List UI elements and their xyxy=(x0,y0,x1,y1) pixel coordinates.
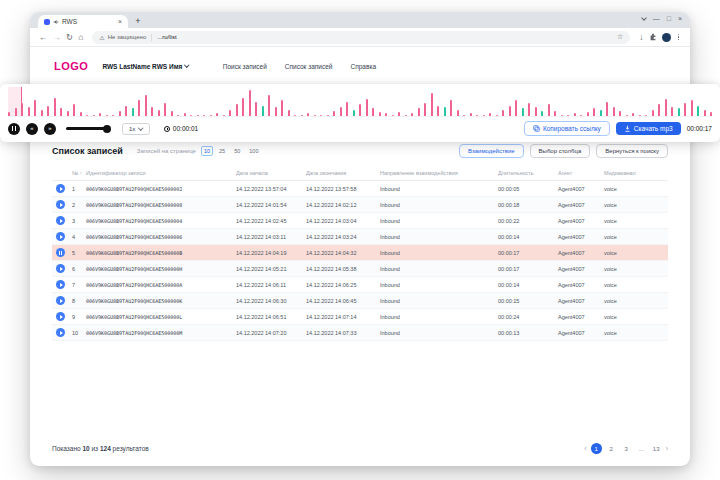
address-bar[interactable]: ⚠ Не защищено ...ru/list ☆ xyxy=(92,31,630,44)
table-row[interactable]: 9006V9K0GU8B9TAU2F00QHC6AE500000L14.12.2… xyxy=(52,309,668,325)
pagination-page-1[interactable]: 1 xyxy=(591,443,602,454)
table-row[interactable]: 2006V9K0GU8B9TAU2F00QHC6AE500000814.12.2… xyxy=(52,197,668,213)
cell-play xyxy=(52,213,68,229)
action-button-1[interactable]: Взаимодействие xyxy=(459,144,524,158)
pagination-next[interactable]: › xyxy=(666,445,668,452)
tab-search-chevron-icon[interactable] xyxy=(641,15,647,21)
pause-button[interactable] xyxy=(8,123,20,135)
play-icon xyxy=(60,219,63,223)
cell-duration: 00:00:24 xyxy=(494,309,554,325)
row-play-button[interactable] xyxy=(56,280,65,289)
download-mp3-button[interactable]: Скачать mp3 xyxy=(616,122,681,135)
cell-record-id: 006V9K0GU8B9TAU2F00QHC6AE500000L xyxy=(82,309,232,325)
playback-speed-select[interactable]: 1x xyxy=(122,123,150,135)
table-row[interactable]: 5006V9K0GU8B9TAU2F00QHC6AE500000B14.12.2… xyxy=(52,245,668,261)
new-tab-button[interactable]: + xyxy=(132,15,144,27)
action-button-3[interactable]: Вернуться к поиску xyxy=(596,144,668,158)
page-size-10[interactable]: 10 xyxy=(201,146,213,156)
chevron-down-icon xyxy=(185,63,190,68)
table-row[interactable]: 8006V9K0GU8B9TAU2F00QHC6AE500000K14.12.2… xyxy=(52,293,668,309)
column-header-1[interactable]: № ↑ xyxy=(68,166,82,181)
content-header: Список записей Записей на странице 10255… xyxy=(52,144,668,158)
cell-media-channel: voice xyxy=(600,181,668,197)
table-row[interactable]: 4006V9K0GU8B9TAU2F00QHC6AE500000614.12.2… xyxy=(52,229,668,245)
column-header-4[interactable]: Дата окончания xyxy=(302,166,376,181)
volume-slider[interactable] xyxy=(66,127,108,130)
tab-audio-icon[interactable] xyxy=(53,19,59,25)
wave-bar xyxy=(333,111,335,116)
cell-start-date: 14.12.2022 14:07:20 xyxy=(232,325,302,341)
row-play-button[interactable] xyxy=(56,264,65,273)
pagination-page-3[interactable]: 3 xyxy=(621,443,632,454)
cell-row-number: 2 xyxy=(68,197,82,213)
window-maximize-icon[interactable]: □ xyxy=(667,15,671,22)
nav-item-1[interactable]: Поиск записей xyxy=(223,63,267,70)
row-play-button[interactable] xyxy=(56,232,65,241)
wave-bar xyxy=(60,108,62,116)
row-play-button[interactable] xyxy=(56,296,65,305)
row-pause-button[interactable] xyxy=(56,248,65,257)
row-play-button[interactable] xyxy=(56,328,65,337)
column-header-6[interactable]: Длительность xyxy=(494,166,554,181)
fast-forward-button[interactable]: » xyxy=(44,123,56,135)
results-summary: Показано 10 из 124 результатов xyxy=(52,445,149,452)
tab-close-icon[interactable]: × xyxy=(118,18,122,25)
bookmark-star-icon[interactable]: ☆ xyxy=(617,33,623,41)
row-play-button[interactable] xyxy=(56,312,65,321)
cell-media-channel: voice xyxy=(600,229,668,245)
cell-record-id: 006V9K0GU8B9TAU2F00QHC6AE5000004 xyxy=(82,213,232,229)
play-icon xyxy=(60,267,63,271)
wave-bar xyxy=(509,106,511,116)
nav-item-3[interactable]: Справка xyxy=(351,63,377,70)
pagination: ‹123...13› xyxy=(584,443,668,454)
cell-agent: Agent4007 xyxy=(554,293,600,309)
window-minimize-icon[interactable]: — xyxy=(653,15,660,22)
profile-avatar[interactable] xyxy=(662,33,671,42)
window-close-icon[interactable]: × xyxy=(678,15,682,22)
nav-item-2[interactable]: Список записей xyxy=(285,63,333,70)
back-icon[interactable]: ← xyxy=(39,33,48,42)
column-header-5[interactable]: Направление взаимодействия xyxy=(376,166,494,181)
browser-tab[interactable]: RWS × xyxy=(38,15,128,28)
pagination-page-2[interactable]: 2 xyxy=(606,443,617,454)
rewind-button[interactable]: « xyxy=(26,123,38,135)
reload-icon[interactable]: ↻ xyxy=(66,33,73,42)
downloads-icon[interactable]: ↓ xyxy=(639,33,643,42)
waveform[interactable] xyxy=(8,87,712,117)
column-header-7[interactable]: Агент xyxy=(554,166,600,181)
wave-bar xyxy=(80,112,82,116)
pagination-page-13[interactable]: 13 xyxy=(651,443,662,454)
forward-icon[interactable]: → xyxy=(53,33,62,42)
table-footer: Показано 10 из 124 результатов ‹123...13… xyxy=(52,435,668,466)
row-play-button[interactable] xyxy=(56,184,65,193)
cell-media-channel: voice xyxy=(600,245,668,261)
extensions-puzzle-icon[interactable] xyxy=(649,33,657,41)
wave-bar xyxy=(541,111,543,116)
cell-end-date: 14.12.2022 14:07:14 xyxy=(302,309,376,325)
row-play-button[interactable] xyxy=(56,216,65,225)
volume-knob[interactable] xyxy=(103,125,111,133)
page-size-50[interactable]: 50 xyxy=(231,146,243,156)
column-header-8[interactable]: Медиаканал xyxy=(600,166,668,181)
page-size-100[interactable]: 100 xyxy=(246,146,261,156)
table-row[interactable]: 3006V9K0GU8B9TAU2F00QHC6AE500000414.12.2… xyxy=(52,213,668,229)
app-logo: LOGO xyxy=(54,60,88,72)
user-menu[interactable]: RWS LastName RWS Имя xyxy=(102,63,188,70)
user-name: RWS LastName RWS Имя xyxy=(102,63,182,70)
play-icon xyxy=(60,283,63,287)
table-row[interactable]: 7006V9K0GU8B9TAU2F00QHC6AE500000A14.12.2… xyxy=(52,277,668,293)
page-size-25[interactable]: 25 xyxy=(216,146,228,156)
action-button-2[interactable]: Выбор столбца xyxy=(530,144,591,158)
table-row[interactable]: 6006V9K0GU8B9TAU2F00QHC6AE500000H14.12.2… xyxy=(52,261,668,277)
browser-menu-icon[interactable] xyxy=(676,34,682,41)
column-header-2[interactable]: Идентификатор записи xyxy=(82,166,232,181)
wave-bar xyxy=(353,110,355,117)
home-icon[interactable]: ⌂ xyxy=(78,33,83,42)
row-play-button[interactable] xyxy=(56,200,65,209)
table-row[interactable]: 1006V9K0GU8B9TAU2F00QHC6AE500000214.12.2… xyxy=(52,181,668,197)
column-header-3[interactable]: Дата начала xyxy=(232,166,302,181)
table-row[interactable]: 10006V9K0GU8B9TAU2F00QHC6AE500000M14.12.… xyxy=(52,325,668,341)
copy-link-button[interactable]: Копировать ссылку xyxy=(524,121,610,136)
cell-direction: Inbound xyxy=(376,277,494,293)
pagination-prev[interactable]: ‹ xyxy=(584,445,586,452)
